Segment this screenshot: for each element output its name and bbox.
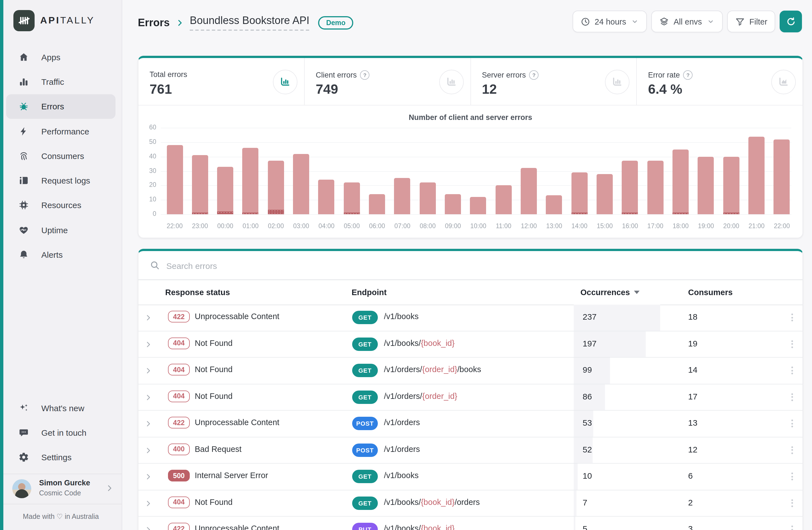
sidebar-item-label: Traffic [41, 77, 64, 87]
made-with-note: Made with ♡ in Australia [0, 512, 122, 520]
stat-error-rate: Error rate?6.4 % [637, 58, 803, 105]
status-code-badge: 500 [168, 470, 190, 482]
table-row[interactable]: 404Not FoundGET/v1/books/{book_id}/order… [139, 490, 802, 517]
x-axis-tick: 18:00 [668, 223, 693, 229]
help-icon[interactable]: ? [360, 70, 370, 80]
expand-chevron-icon[interactable] [144, 526, 153, 530]
chart-bar-06:00 [369, 194, 385, 214]
sidebar-divider [3, 504, 122, 504]
chevron-right-icon [105, 484, 114, 492]
sidebar-item-label: Consumers [41, 151, 84, 161]
user-profile[interactable]: Simon Gurcke Cosmic Code [3, 474, 122, 503]
sidebar-item-resources[interactable]: Resources [6, 193, 116, 218]
x-axis-tick: 13:00 [541, 223, 567, 229]
expand-chevron-icon[interactable] [144, 473, 153, 481]
sidebar-item-performance[interactable]: Performance [6, 119, 116, 144]
areachart-icon[interactable] [771, 70, 796, 94]
logo[interactable]: APITALLY [13, 10, 95, 31]
expand-chevron-icon[interactable] [144, 499, 153, 507]
chart-bar-01:00 [243, 148, 259, 214]
logo-text: APITALLY [40, 15, 95, 26]
help-icon[interactable]: ? [529, 70, 539, 80]
breadcrumb-app-selector[interactable]: Boundless Bookstore API [190, 15, 309, 31]
row-menu-button[interactable] [788, 365, 796, 376]
sidebar-item-alerts[interactable]: Alerts [6, 242, 116, 267]
column-header-consumers[interactable]: Consumers [688, 280, 733, 305]
errors-table-card: Response statusEndpointOccurrencesConsum… [138, 249, 803, 530]
chart-bar-19:00 [698, 157, 714, 214]
status-reason: Not Found [195, 392, 232, 400]
expand-chevron-icon[interactable] [144, 419, 153, 428]
time-range-dropdown[interactable]: 24 hours [572, 11, 647, 32]
sidebar-item-consumers[interactable]: Consumers [6, 143, 116, 168]
app-root: APITALLY AppsTrafficErrorsPerformanceCon… [0, 0, 812, 530]
sidebar-item-apps[interactable]: Apps [6, 45, 116, 70]
table-row[interactable]: 404Not FoundGET/v1/books/{book_id}19719 [139, 331, 802, 358]
endpoint-path: /v1/books [384, 312, 419, 321]
client-errors-segment [571, 172, 588, 213]
sidebar-item-request-logs[interactable]: Request logs [6, 168, 116, 193]
sidebar-item-uptime[interactable]: Uptime [6, 218, 116, 242]
chart-bar-02:00 [268, 161, 284, 214]
table-row[interactable]: 400Bad RequestPOST/v1/orders5212 [139, 437, 802, 463]
column-header-occurrences[interactable]: Occurrences [580, 280, 639, 305]
table-row[interactable]: 422Unprocessable ContentPUT/v1/books/{bo… [139, 517, 802, 530]
row-menu-button[interactable] [788, 392, 796, 402]
sidebar-item-settings[interactable]: Settings [6, 445, 116, 470]
x-axis-tick: 19:00 [693, 223, 719, 229]
sidebar-item-errors[interactable]: Errors [6, 94, 116, 119]
sidebar-item-traffic[interactable]: Traffic [6, 70, 116, 94]
sidebar-item-what-s-new[interactable]: What's new [6, 396, 116, 421]
column-header-response-status[interactable]: Response status [165, 280, 230, 305]
chart-bar-16:00 [622, 161, 638, 214]
expand-chevron-icon[interactable] [144, 446, 153, 454]
expand-chevron-icon[interactable] [144, 340, 153, 349]
status-reason: Not Found [195, 338, 232, 347]
row-menu-button[interactable] [788, 497, 796, 509]
row-menu-button[interactable] [788, 524, 796, 530]
sidebar-item-label: Get in touch [41, 428, 87, 437]
http-method-badge: GET [352, 390, 378, 403]
endpoint-path: /v1/orders [384, 444, 420, 453]
consumers-count: 12 [688, 444, 697, 454]
table-row[interactable]: 404Not FoundGET/v1/orders/{order_id}8617 [139, 384, 802, 411]
http-method-badge: GET [352, 337, 378, 351]
y-axis-tick: 40 [139, 152, 156, 159]
table-row[interactable]: 422Unprocessable ContentGET/v1/books2371… [139, 305, 802, 331]
env-filter-dropdown[interactable]: All envs [651, 11, 723, 32]
row-menu-button[interactable] [788, 444, 796, 456]
sidebar-item-label: Request logs [41, 176, 90, 185]
row-menu-button[interactable] [788, 418, 796, 429]
gridline [161, 128, 791, 128]
x-axis-tick: 12:00 [516, 223, 541, 229]
table-row[interactable]: 422Unprocessable ContentPOST/v1/orders53… [139, 411, 802, 437]
barchart-icon[interactable] [273, 70, 298, 94]
y-axis-tick: 0 [139, 210, 156, 217]
barchart-icon[interactable] [605, 70, 630, 94]
path-parameter: {order_id} [422, 392, 457, 400]
consumers-count: 18 [688, 312, 697, 321]
column-header-endpoint[interactable]: Endpoint [352, 280, 387, 305]
expand-chevron-icon[interactable] [144, 393, 153, 401]
help-icon[interactable]: ? [683, 70, 693, 80]
gridline [161, 142, 791, 143]
row-menu-button[interactable] [788, 338, 796, 350]
expand-chevron-icon[interactable] [144, 313, 153, 322]
sidebar: APITALLY AppsTrafficErrorsPerformanceCon… [0, 0, 122, 530]
chart-bar-05:00 [344, 182, 360, 214]
chart-bar-20:00 [723, 157, 739, 214]
row-menu-button[interactable] [788, 312, 796, 323]
filter-button[interactable]: Filter [727, 11, 775, 32]
occurrences-count: 7 [583, 497, 588, 507]
client-errors-segment [521, 168, 537, 214]
search-input[interactable] [165, 251, 791, 281]
row-menu-button[interactable] [788, 471, 796, 482]
sidebar-item-get-in-touch[interactable]: Get in touch [6, 421, 116, 445]
barchart-icon[interactable] [439, 70, 463, 94]
http-method-badge: GET [352, 364, 378, 377]
table-row[interactable]: 404Not FoundGET/v1/orders/{order_id}/boo… [139, 358, 802, 384]
server-errors-segment [571, 213, 588, 214]
expand-chevron-icon[interactable] [144, 367, 153, 375]
table-row[interactable]: 500Internal Server ErrorGET/v1/books106 [139, 463, 802, 490]
refresh-button[interactable] [780, 11, 802, 32]
